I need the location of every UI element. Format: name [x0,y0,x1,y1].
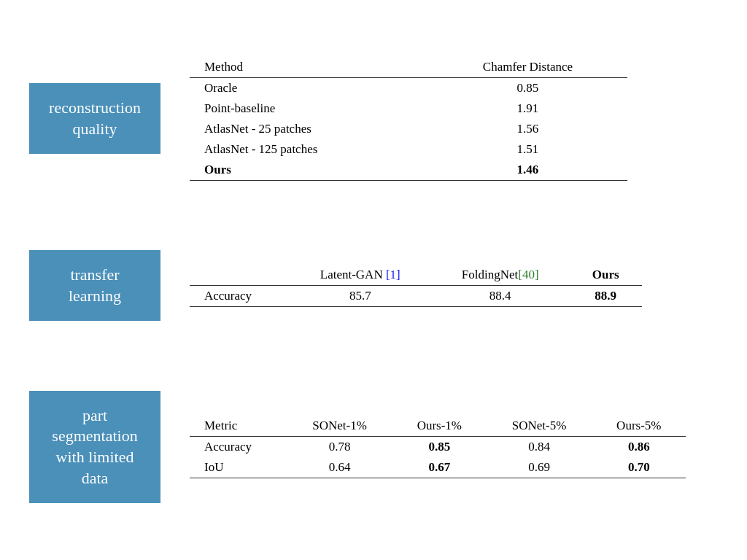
table-transfer: Latent-GAN [1] FoldingNet[40] Ours Accur… [190,265,642,307]
table-reconstruction: Method Chamfer Distance Oracle 0.85 Poin… [190,57,627,181]
table-row: IoU 0.64 0.67 0.69 0.70 [190,457,686,478]
cell-method-ours: Ours [190,160,428,181]
cell-ours5-accuracy: 0.86 [592,437,686,458]
cell-ours1-iou: 0.67 [392,457,486,478]
table-area-segmentation: Metric SONet-1% Ours-1% SONet-5% Ours-5%… [190,416,718,478]
cell-ours1-accuracy: 0.85 [392,437,486,458]
cell-ours: 88.9 [569,285,642,306]
col-header-empty [190,265,289,286]
cell-value: 1.56 [428,119,627,139]
col-header-metric: Metric [190,416,287,437]
col-header-ours: Ours [569,265,642,286]
table-area-transfer: Latent-GAN [1] FoldingNet[40] Ours Accur… [190,265,718,307]
cell-method: AtlasNet - 125 patches [190,139,428,160]
cell-method: Point-baseline [190,98,428,119]
col-header-latentgan: Latent-GAN [1] [289,265,431,286]
cell-metric: Accuracy [190,285,289,306]
table-segmentation: Metric SONet-1% Ours-1% SONet-5% Ours-5%… [190,416,686,478]
cell-sonet1-iou: 0.64 [287,457,392,478]
col-header-chamfer: Chamfer Distance [428,57,627,78]
cell-sonet1-accuracy: 0.78 [287,437,392,458]
table-row: Point-baseline 1.91 [190,98,627,119]
col-header-foldingnet: FoldingNet[40] [431,265,569,286]
cell-method: Oracle [190,77,428,98]
cell-sonet5-iou: 0.69 [487,457,592,478]
table-row: AtlasNet - 125 patches 1.51 [190,139,627,160]
col-header-ours5: Ours-5% [592,416,686,437]
table-row: Accuracy 0.78 0.85 0.84 0.86 [190,437,686,458]
cell-metric-iou: IoU [190,457,287,478]
ref-1: [1] [386,268,400,281]
table-row: Accuracy 85.7 88.4 88.9 [190,285,642,306]
cell-value: 0.85 [428,77,627,98]
cell-value: 1.91 [428,98,627,119]
col-header-method: Method [190,57,428,78]
col-header-sonet1: SONet-1% [287,416,392,437]
ref-40: [40] [518,268,538,281]
cell-method: AtlasNet - 25 patches [190,119,428,139]
label-part-segmentation: partsegmentationwith limiteddata [29,391,160,503]
cell-latentgan: 85.7 [289,285,431,306]
col-header-ours1: Ours-1% [392,416,486,437]
section-transfer-learning: transferlearning Latent-GAN [1] FoldingN… [29,250,718,321]
section-part-segmentation: partsegmentationwith limiteddata Metric … [29,391,718,503]
table-row: Oracle 0.85 [190,77,627,98]
cell-metric-accuracy: Accuracy [190,437,287,458]
col-header-sonet5: SONet-5% [487,416,592,437]
section-reconstruction-quality: reconstructionquality Method Chamfer Dis… [29,57,718,181]
cell-ours5-iou: 0.70 [592,457,686,478]
table-area-reconstruction: Method Chamfer Distance Oracle 0.85 Poin… [190,57,718,181]
table-row: AtlasNet - 25 patches 1.56 [190,119,627,139]
cell-value-ours: 1.46 [428,160,627,181]
table-row: Ours 1.46 [190,160,627,181]
cell-foldingnet: 88.4 [431,285,569,306]
cell-sonet5-accuracy: 0.84 [487,437,592,458]
label-transfer-learning: transferlearning [29,250,160,321]
cell-value: 1.51 [428,139,627,160]
label-reconstruction-quality: reconstructionquality [29,83,160,154]
page-container: reconstructionquality Method Chamfer Dis… [0,0,747,560]
